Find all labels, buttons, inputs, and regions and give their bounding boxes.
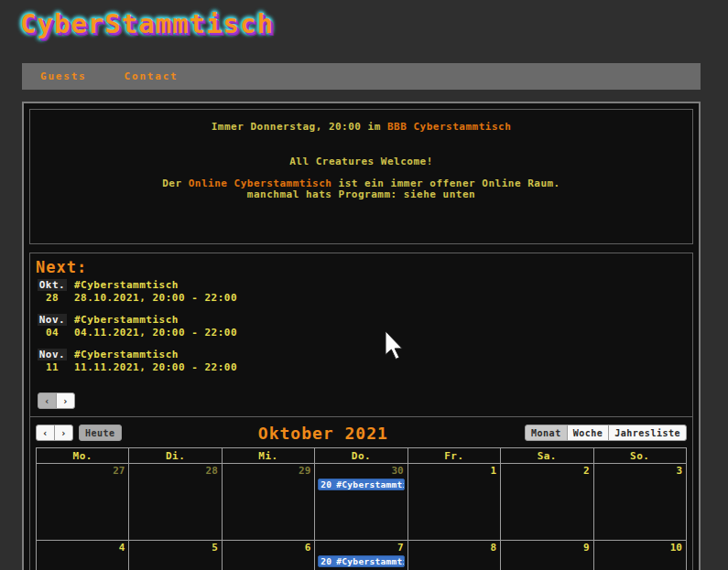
day-number: 6	[224, 542, 312, 554]
list-next-button[interactable]: ›	[56, 393, 75, 409]
day-number: 30	[317, 465, 405, 477]
site-logo[interactable]: CyberStammtisch	[20, 8, 274, 39]
welcome-text: All Creatures Welcome!	[30, 156, 692, 167]
event-day: 04	[38, 327, 67, 339]
calendar-week-row: 4 5 6 7 20#Cyberstammtis	[37, 541, 687, 570]
event-title: #Cyberstammtis	[336, 556, 404, 566]
calendar-day-cell: 29	[222, 464, 314, 541]
main-content: Immer Donnerstag, 20:00 im BBB Cyberstam…	[22, 102, 701, 570]
calendar-event[interactable]: 20#Cyberstammtis	[318, 479, 404, 490]
list-prev-button[interactable]: ‹	[38, 393, 57, 409]
bbb-room-link[interactable]: BBB Cyberstammtisch	[387, 121, 511, 133]
calendar-day-cell: 27	[37, 464, 129, 541]
event-datetime: 04.11.2021, 20:00 - 22:00	[74, 327, 687, 339]
calendar-day-cell: 1	[407, 464, 500, 541]
weekday-header: Mo.	[37, 448, 129, 464]
desc-prefix: Der	[162, 177, 181, 189]
calendar-week-row: 27 28 29 30 20#Cyberstammtis	[37, 464, 687, 541]
calendar-nav-buttons: ‹ › Heute	[36, 425, 122, 441]
event-datetime: 28.10.2021, 20:00 - 22:00	[74, 292, 687, 304]
calendar-event[interactable]: 20#Cyberstammtis	[318, 555, 404, 567]
weekday-header: Sa.	[501, 448, 593, 464]
weekday-header-row: Mo. Di. Mi. Do. Fr. Sa. So.	[37, 448, 687, 464]
nav-item-contact[interactable]: Contact	[125, 70, 179, 82]
calendar-day-cell: 10	[593, 541, 686, 570]
event-month: Nov.	[38, 349, 67, 360]
calendar-panel: ‹ › Heute Oktober 2021 Monat Woche Jahre…	[29, 416, 693, 570]
calendar-day-cell: 8	[407, 541, 500, 570]
view-week-button[interactable]: Woche	[567, 425, 610, 441]
day-number: 10	[596, 542, 684, 554]
calendar-toolbar: ‹ › Heute Oktober 2021 Monat Woche Jahre…	[36, 424, 687, 442]
event-list-item[interactable]: Nov. #Cyberstammtisch 11 11.11.2021, 20:…	[38, 349, 687, 373]
calendar-day-cell: 28	[129, 464, 222, 541]
view-yearlist-button[interactable]: Jahresliste	[608, 425, 687, 441]
description-text: Der Online Cyberstammtisch ist ein immer…	[30, 178, 692, 200]
calendar-title: Oktober 2021	[122, 424, 525, 443]
calendar-view-switcher: Monat Woche Jahresliste	[525, 425, 687, 441]
day-number: 28	[131, 465, 219, 477]
day-number: 8	[410, 542, 498, 554]
intro-panel: Immer Donnerstag, 20:00 im BBB Cyberstam…	[29, 109, 693, 244]
next-events-panel: Next: Okt. #Cyberstammtisch 28 28.10.202…	[29, 253, 693, 417]
day-number: 27	[38, 465, 126, 477]
weekday-header: Fr.	[407, 448, 500, 464]
day-number: 3	[596, 465, 684, 477]
calendar-day-cell: 9	[501, 541, 593, 570]
weekday-header: Do.	[315, 448, 407, 464]
event-datetime: 11.11.2021, 20:00 - 22:00	[74, 361, 687, 373]
view-month-button[interactable]: Monat	[525, 425, 568, 441]
day-number: 5	[131, 542, 219, 554]
calendar-day-cell: 4	[37, 541, 129, 570]
next-list-pagination: ‹ ›	[38, 393, 75, 409]
weekday-header: So.	[593, 448, 686, 464]
weekday-header: Mi.	[222, 448, 314, 464]
day-number: 7	[317, 542, 405, 554]
event-day: 11	[38, 361, 67, 373]
calendar-next-button[interactable]: ›	[54, 425, 73, 441]
desc-line2: manchmal hats Programm: siehe unten	[247, 188, 475, 200]
schedule-text: Immer Donnerstag, 20:00 im	[212, 121, 381, 133]
calendar-prev-button[interactable]: ‹	[36, 425, 55, 441]
event-month: Nov.	[38, 314, 67, 326]
calendar-day-cell: 3	[593, 464, 686, 541]
event-title: #Cyberstammtisch	[74, 349, 687, 360]
calendar-day-cell: 7 20#Cyberstammtis	[315, 541, 407, 570]
event-title: #Cyberstammtisch	[74, 314, 687, 326]
day-number: 2	[503, 465, 591, 477]
event-list-item[interactable]: Nov. #Cyberstammtisch 04 04.11.2021, 20:…	[38, 314, 687, 339]
day-number: 4	[38, 542, 126, 554]
event-list-item[interactable]: Okt. #Cyberstammtisch 28 28.10.2021, 20:…	[38, 279, 687, 304]
month-grid: Mo. Di. Mi. Do. Fr. Sa. So. 27 28	[36, 447, 687, 570]
weekday-header: Di.	[129, 448, 222, 464]
event-time: 20	[321, 556, 331, 566]
schedule-line: Immer Donnerstag, 20:00 im BBB Cyberstam…	[30, 121, 692, 133]
event-day: 28	[38, 292, 67, 304]
calendar-day-cell: 6	[222, 541, 314, 570]
event-time: 20	[321, 479, 331, 489]
day-number: 1	[410, 465, 498, 477]
calendar-day-cell: 2	[501, 464, 593, 541]
event-month: Okt.	[38, 279, 67, 291]
main-navbar: Guests Contact	[22, 63, 701, 90]
next-heading: Next:	[36, 258, 687, 276]
calendar-today-button[interactable]: Heute	[79, 425, 122, 441]
day-number: 9	[503, 542, 591, 554]
nav-item-guests[interactable]: Guests	[40, 70, 87, 82]
event-title: #Cyberstammtis	[336, 479, 404, 489]
calendar-day-cell: 30 20#Cyberstammtis	[315, 464, 407, 541]
calendar-day-cell: 5	[129, 541, 222, 570]
event-title: #Cyberstammtisch	[74, 279, 687, 291]
day-number: 29	[224, 465, 312, 477]
